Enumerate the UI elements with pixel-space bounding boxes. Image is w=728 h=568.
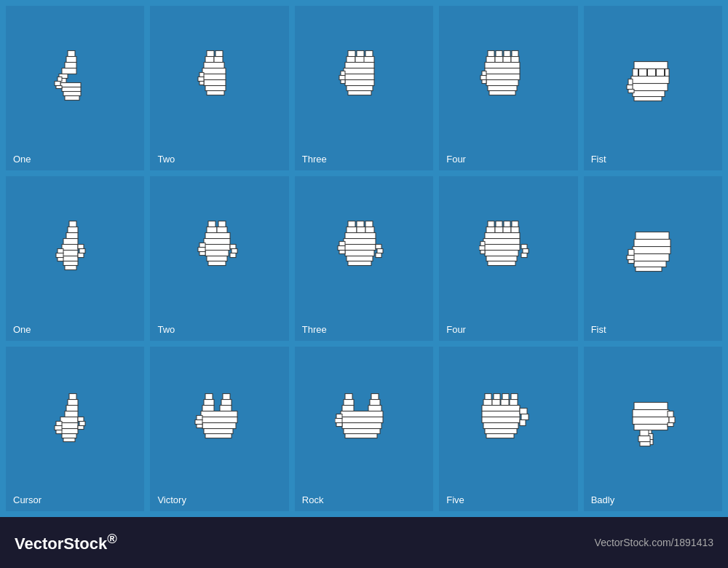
hand-four-point-icon bbox=[479, 47, 537, 116]
svg-rect-190 bbox=[335, 419, 342, 423]
svg-rect-193 bbox=[494, 394, 500, 400]
svg-rect-35 bbox=[345, 80, 374, 86]
svg-rect-39 bbox=[339, 76, 345, 80]
hand-four-palm-icon bbox=[479, 218, 537, 286]
svg-rect-46 bbox=[495, 57, 503, 63]
svg-rect-213 bbox=[633, 410, 669, 417]
svg-rect-66 bbox=[628, 90, 634, 93]
cell-victory: Victory bbox=[150, 347, 288, 511]
svg-rect-124 bbox=[486, 227, 495, 233]
svg-rect-137 bbox=[521, 245, 527, 249]
svg-rect-7 bbox=[62, 87, 81, 92]
svg-rect-143 bbox=[633, 254, 669, 261]
svg-rect-37 bbox=[348, 91, 371, 95]
svg-rect-215 bbox=[634, 425, 668, 430]
grid-row-1: One Two bbox=[6, 6, 722, 170]
svg-rect-104 bbox=[365, 221, 373, 227]
svg-rect-127 bbox=[511, 227, 519, 233]
svg-rect-41 bbox=[488, 51, 494, 57]
svg-rect-182 bbox=[342, 406, 354, 411]
cell-label: Rock bbox=[302, 494, 324, 505]
svg-rect-108 bbox=[345, 233, 376, 239]
svg-rect-26 bbox=[348, 51, 355, 57]
svg-rect-109 bbox=[344, 239, 376, 245]
svg-rect-189 bbox=[336, 414, 342, 419]
cell-fist-2: Fist bbox=[584, 176, 722, 341]
svg-rect-12 bbox=[56, 86, 62, 89]
svg-rect-206 bbox=[520, 409, 527, 414]
svg-rect-200 bbox=[482, 406, 520, 411]
svg-rect-91 bbox=[204, 239, 230, 245]
svg-rect-14 bbox=[205, 57, 214, 63]
footer-url: VectorStock.com/1891413 bbox=[595, 537, 713, 548]
svg-rect-166 bbox=[204, 400, 214, 406]
svg-rect-220 bbox=[669, 417, 675, 423]
svg-rect-90 bbox=[205, 233, 230, 239]
svg-rect-151 bbox=[66, 406, 78, 411]
cell-label: Four bbox=[446, 324, 466, 335]
svg-rect-78 bbox=[63, 261, 78, 266]
svg-rect-74 bbox=[63, 239, 78, 245]
svg-rect-51 bbox=[485, 74, 520, 80]
svg-rect-40 bbox=[341, 80, 345, 84]
svg-rect-133 bbox=[488, 261, 515, 266]
svg-rect-99 bbox=[230, 245, 236, 249]
svg-rect-183 bbox=[368, 406, 381, 411]
main-grid: One Two bbox=[0, 0, 728, 517]
svg-rect-73 bbox=[66, 233, 78, 239]
svg-rect-203 bbox=[483, 423, 518, 429]
svg-rect-60 bbox=[631, 76, 669, 84]
hand-badly-icon bbox=[624, 388, 682, 457]
cell-two-1: Two bbox=[150, 6, 288, 170]
svg-rect-207 bbox=[521, 414, 529, 420]
cell-label: Fist bbox=[591, 324, 606, 335]
svg-rect-58 bbox=[634, 62, 668, 69]
cell-badly: Badly bbox=[584, 347, 722, 511]
cell-label: One bbox=[13, 324, 31, 335]
svg-rect-49 bbox=[485, 63, 520, 68]
svg-rect-79 bbox=[65, 266, 76, 270]
svg-rect-125 bbox=[495, 227, 503, 233]
svg-rect-179 bbox=[371, 394, 379, 400]
svg-rect-205 bbox=[486, 434, 514, 438]
svg-rect-218 bbox=[640, 442, 650, 446]
cell-four-1: Four bbox=[439, 6, 577, 170]
svg-rect-126 bbox=[503, 227, 511, 233]
svg-rect-131 bbox=[485, 251, 518, 256]
svg-rect-150 bbox=[68, 400, 78, 406]
svg-rect-152 bbox=[65, 411, 78, 417]
svg-rect-163 bbox=[78, 426, 84, 430]
svg-rect-175 bbox=[197, 416, 202, 420]
svg-rect-194 bbox=[502, 394, 509, 400]
svg-rect-89 bbox=[217, 227, 227, 233]
svg-rect-3 bbox=[62, 68, 76, 74]
svg-rect-136 bbox=[480, 251, 485, 254]
svg-rect-113 bbox=[348, 261, 371, 266]
svg-rect-129 bbox=[483, 239, 520, 245]
footer-bar: VectorStock® VectorStock.com/1891413 bbox=[0, 517, 728, 568]
hand-three-palm-icon bbox=[335, 218, 393, 286]
cell-label: Fist bbox=[591, 154, 606, 165]
svg-rect-172 bbox=[202, 423, 236, 429]
svg-rect-116 bbox=[339, 251, 345, 254]
svg-rect-153 bbox=[60, 417, 78, 423]
svg-rect-54 bbox=[489, 91, 515, 95]
svg-rect-34 bbox=[344, 74, 374, 80]
grid-row-3: Cursor bbox=[6, 347, 722, 511]
svg-rect-8 bbox=[63, 92, 81, 96]
svg-rect-192 bbox=[485, 394, 491, 400]
svg-rect-2 bbox=[65, 63, 76, 68]
svg-rect-97 bbox=[198, 248, 205, 252]
svg-rect-149 bbox=[69, 394, 76, 400]
svg-rect-61 bbox=[631, 84, 668, 91]
svg-rect-56 bbox=[480, 76, 486, 80]
svg-rect-50 bbox=[485, 68, 520, 74]
svg-rect-186 bbox=[342, 423, 381, 429]
svg-rect-198 bbox=[501, 400, 509, 406]
svg-rect-81 bbox=[56, 253, 63, 258]
svg-rect-202 bbox=[482, 417, 520, 423]
svg-rect-180 bbox=[344, 400, 354, 406]
svg-rect-13 bbox=[207, 51, 214, 57]
svg-rect-188 bbox=[345, 434, 377, 438]
cell-label: Victory bbox=[157, 494, 186, 505]
